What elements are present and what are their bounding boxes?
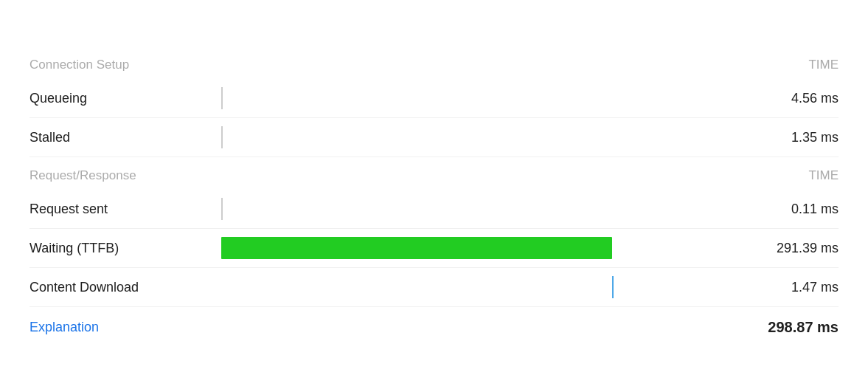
section-header-connection: Connection Setup TIME xyxy=(29,51,839,79)
queueing-time: 4.56 ms xyxy=(743,91,839,106)
section-header-request: Request/Response TIME xyxy=(29,162,839,190)
footer-row: Explanation 298.87 ms xyxy=(29,313,839,341)
timing-panel: Connection Setup TIME Queueing 4.56 ms S… xyxy=(0,0,868,392)
request-sent-time: 0.11 ms xyxy=(743,202,839,217)
total-time: 298.87 ms xyxy=(743,319,839,336)
ttfb-bar-area xyxy=(221,229,743,267)
content-download-time: 1.47 ms xyxy=(743,280,839,295)
request-sent-label: Request sent xyxy=(29,202,221,217)
stalled-tick xyxy=(221,126,223,148)
row-content-download: Content Download 1.47 ms xyxy=(29,268,839,307)
request-sent-bar-area xyxy=(221,190,743,228)
ttfb-time: 291.39 ms xyxy=(743,241,839,256)
content-download-tick xyxy=(612,276,614,298)
request-response-label: Request/Response xyxy=(29,168,221,183)
request-sent-tick xyxy=(221,198,223,220)
request-response-time: TIME xyxy=(743,168,839,183)
ttfb-bar xyxy=(221,237,612,259)
stalled-bar-area xyxy=(221,118,743,157)
row-request-sent: Request sent 0.11 ms xyxy=(29,190,839,229)
connection-setup-label: Connection Setup xyxy=(29,58,221,72)
explanation-link[interactable]: Explanation xyxy=(29,320,99,335)
connection-setup-time: TIME xyxy=(743,58,839,72)
row-queueing: Queueing 4.56 ms xyxy=(29,79,839,118)
stalled-label: Stalled xyxy=(29,130,221,145)
ttfb-label: Waiting (TTFB) xyxy=(29,241,221,256)
queueing-bar-area xyxy=(221,79,743,117)
content-download-bar-area xyxy=(221,268,743,306)
queueing-tick xyxy=(221,87,223,109)
stalled-time: 1.35 ms xyxy=(743,130,839,145)
row-stalled: Stalled 1.35 ms xyxy=(29,118,839,157)
queueing-label: Queueing xyxy=(29,91,221,106)
row-ttfb: Waiting (TTFB) 291.39 ms xyxy=(29,229,839,268)
content-download-label: Content Download xyxy=(29,280,221,295)
